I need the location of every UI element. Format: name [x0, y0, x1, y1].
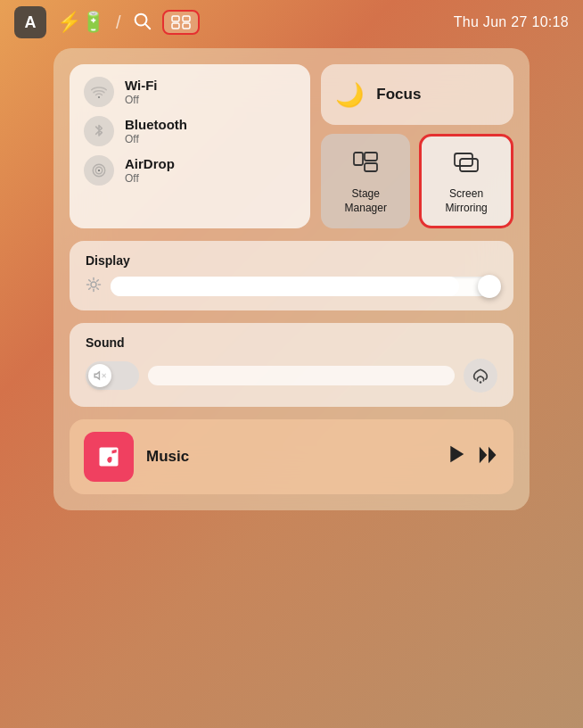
svg-rect-11	[365, 153, 377, 161]
brightness-fill	[111, 277, 459, 296]
svg-marker-30	[489, 446, 496, 463]
control-center-icon[interactable]	[162, 10, 200, 35]
svg-marker-24	[94, 372, 99, 379]
svg-line-20	[89, 280, 91, 282]
svg-point-15	[91, 282, 96, 287]
slash-icon: /	[116, 12, 121, 33]
svg-line-1	[145, 24, 150, 29]
sound-label: Sound	[86, 335, 497, 350]
top-row: Wi-Fi Off Bluetooth Off	[70, 64, 513, 228]
music-title: Music	[146, 448, 435, 466]
airdrop-text: AirDrop Off	[125, 156, 175, 185]
wifi-item[interactable]: Wi-Fi Off	[84, 77, 296, 107]
wifi-icon	[84, 77, 114, 107]
svg-rect-2	[172, 16, 179, 21]
wifi-label: Wi-Fi	[125, 78, 158, 94]
svg-line-23	[97, 280, 99, 282]
sound-toggle[interactable]	[86, 361, 139, 390]
play-button[interactable]	[448, 444, 465, 469]
bluetooth-status: Off	[125, 133, 187, 145]
airdrop-status: Off	[125, 172, 175, 185]
stage-manager-label: StageManager	[345, 187, 387, 215]
svg-point-9	[98, 170, 100, 171]
svg-point-6	[98, 96, 100, 98]
control-panel: Wi-Fi Off Bluetooth Off	[53, 48, 530, 510]
toggle-knob	[88, 364, 111, 387]
volume-slider[interactable]	[148, 366, 455, 385]
search-icon[interactable]	[132, 11, 152, 35]
right-column: 🌙 Focus StageManager	[321, 64, 513, 228]
svg-point-27	[480, 381, 482, 384]
music-controls	[448, 444, 499, 469]
battery-icon: ⚡🔋	[57, 11, 105, 34]
moon-icon: 🌙	[335, 81, 364, 109]
sound-row	[86, 359, 497, 393]
svg-rect-5	[183, 23, 190, 29]
sun-icon	[86, 277, 102, 296]
menu-bar-time: Thu Jun 27 10:18	[454, 14, 569, 30]
menu-bar-left: A ⚡🔋 /	[14, 6, 200, 38]
airdrop-item[interactable]: AirDrop Off	[84, 155, 296, 186]
music-album-art	[84, 432, 134, 482]
stage-manager-button[interactable]: StageManager	[321, 134, 410, 228]
bottom-buttons: StageManager ScreenMirroring	[321, 134, 513, 228]
screen-mirroring-icon	[453, 149, 480, 182]
bluetooth-icon	[84, 116, 114, 146]
svg-marker-29	[480, 446, 487, 463]
svg-line-21	[97, 288, 99, 290]
sound-card: Sound	[70, 323, 513, 407]
svg-line-22	[89, 288, 91, 290]
focus-card[interactable]: 🌙 Focus	[321, 64, 513, 125]
bluetooth-text: Bluetooth Off	[125, 117, 187, 145]
brightness-slider-row	[86, 277, 497, 296]
music-card: Music	[70, 419, 513, 494]
brightness-slider[interactable]	[111, 277, 497, 296]
airdrop-label: AirDrop	[125, 156, 175, 172]
screen-mirroring-label: ScreenMirroring	[445, 187, 487, 215]
svg-rect-4	[172, 23, 179, 29]
screen-mirroring-button[interactable]: ScreenMirroring	[419, 134, 513, 228]
display-label: Display	[86, 253, 497, 268]
svg-rect-13	[455, 153, 472, 166]
svg-rect-12	[365, 163, 377, 171]
svg-marker-28	[450, 446, 464, 462]
svg-rect-14	[460, 159, 478, 171]
focus-label: Focus	[376, 86, 421, 103]
brightness-thumb[interactable]	[478, 275, 501, 298]
menu-bar-right: Thu Jun 27 10:18	[454, 14, 569, 30]
wifi-status: Off	[125, 94, 158, 106]
airplay-button[interactable]	[464, 359, 497, 393]
svg-rect-10	[354, 153, 363, 165]
connectivity-card: Wi-Fi Off Bluetooth Off	[70, 64, 310, 228]
stage-manager-icon	[352, 149, 379, 182]
bluetooth-label: Bluetooth	[125, 117, 187, 133]
wifi-text: Wi-Fi Off	[125, 78, 158, 106]
display-card: Display	[70, 241, 513, 310]
app-icon[interactable]: A	[14, 6, 46, 38]
menu-bar: A ⚡🔋 / Thu Jun 27 10:18	[0, 0, 583, 45]
forward-button[interactable]	[478, 445, 499, 469]
svg-rect-3	[183, 16, 190, 21]
airdrop-icon	[84, 155, 114, 186]
bluetooth-item[interactable]: Bluetooth Off	[84, 116, 296, 146]
